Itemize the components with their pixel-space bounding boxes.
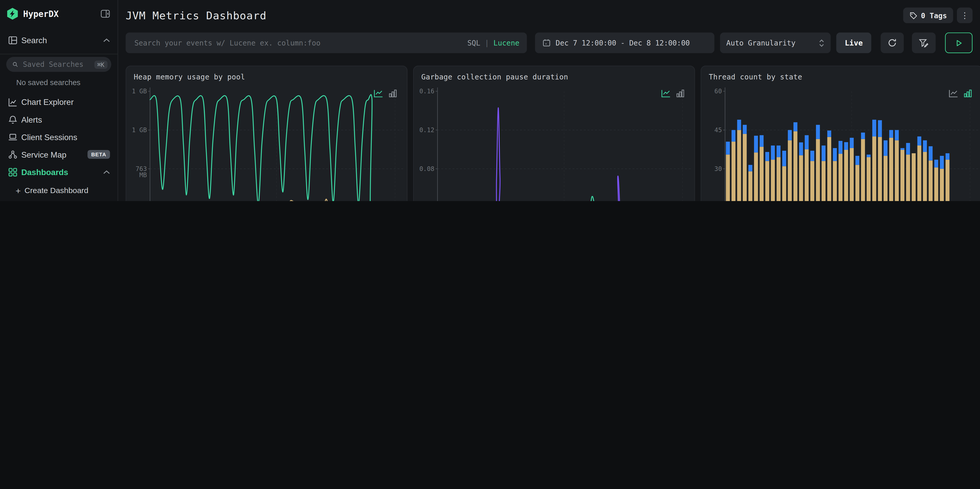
hyperdx-logo-icon: [6, 7, 19, 20]
granularity-select[interactable]: Auto Granularity: [720, 32, 830, 53]
panel-thread-count: Thread count by state 604530150Dec 7 12:…: [700, 65, 980, 201]
sidebar-item-client-sessions[interactable]: Client Sessions: [0, 128, 118, 145]
toggle-divider: |: [485, 38, 489, 47]
sidebar-item-chart-explorer[interactable]: Chart Explorer: [0, 93, 118, 111]
sidebar-item-search[interactable]: Search: [0, 31, 118, 49]
app-title: HyperDX: [23, 8, 59, 19]
panel-title: Heap memory usage by pool: [134, 73, 245, 81]
chevron-up-icon[interactable]: [103, 170, 110, 174]
svg-text:1 GB: 1 GB: [132, 88, 147, 95]
more-options-button[interactable]: ⋮: [957, 8, 972, 23]
panel-gc-pause: Garbage collection pause duration 0.160.…: [413, 65, 695, 201]
plus-icon: +: [16, 186, 21, 195]
laptop-icon: [8, 132, 18, 142]
sidebar-header: HyperDX: [0, 0, 118, 21]
dashboards-icon: [8, 167, 18, 176]
svg-text:45: 45: [714, 126, 722, 134]
search-icon: [13, 61, 18, 68]
tag-icon: [910, 11, 917, 19]
main-content: JVM Metrics Dashboard 0 Tags ⋮ SQL | Luc…: [118, 0, 980, 201]
svg-text:0.12: 0.12: [419, 126, 434, 134]
lucene-toggle[interactable]: Lucene: [493, 38, 519, 47]
refresh-icon: [888, 38, 897, 47]
svg-text:1 GB: 1 GB: [132, 126, 147, 134]
sidebar-item-alerts[interactable]: Alerts: [0, 111, 118, 128]
event-search-bar[interactable]: SQL | Lucene: [126, 32, 527, 53]
service-map-icon: [8, 150, 18, 159]
sql-toggle[interactable]: SQL: [468, 38, 480, 47]
run-query-button[interactable]: [945, 32, 972, 53]
bar-chart-icon[interactable]: [676, 89, 685, 98]
thread-count-chart[interactable]: 604530150Dec 7 12:00:00 PM10:30:00 PM11:…: [701, 66, 980, 201]
chevron-up-icon[interactable]: [103, 38, 110, 42]
filter-button[interactable]: [912, 32, 935, 53]
saved-searches-input[interactable]: [22, 59, 90, 69]
sidebar-item-label: Chart Explorer: [21, 97, 74, 107]
refresh-button[interactable]: [881, 32, 904, 53]
svg-text:0.16: 0.16: [419, 88, 434, 95]
bar-chart-icon[interactable]: [964, 89, 972, 98]
toolbar: SQL | Lucene Dec 7 12:00:00 - Dec 8 12:0…: [126, 32, 972, 53]
svg-text:30: 30: [714, 165, 722, 172]
select-chevrons-icon: [819, 38, 824, 47]
event-search-input[interactable]: [133, 38, 463, 48]
tags-label: 0 Tags: [921, 11, 947, 20]
live-button[interactable]: Live: [836, 32, 871, 53]
sidebar-item-label: Alerts: [21, 115, 42, 124]
panel-heap-memory: Heap memory usage by pool 1 GB1 GB763MB3…: [126, 65, 407, 201]
sidebar-item-service-map[interactable]: Service Map BETA: [0, 145, 118, 163]
bar-chart-icon[interactable]: [389, 89, 397, 98]
svg-text:MB: MB: [139, 171, 147, 179]
sidebar: HyperDX Search ⌘K No s: [0, 0, 118, 201]
gc-pause-chart[interactable]: 0.160.120.080.040Dec 7 12:00:00 PM10:30:…: [414, 66, 694, 201]
granularity-label: Auto Granularity: [726, 38, 795, 47]
sidebar-item-label: Service Map: [21, 150, 67, 159]
svg-text:0.08: 0.08: [419, 165, 434, 172]
sidebar-item-label: Client Sessions: [21, 132, 77, 142]
bell-icon: [8, 115, 18, 124]
shortcut-badge: ⌘K: [94, 61, 107, 68]
chart-explorer-icon: [8, 97, 18, 107]
tags-button[interactable]: 0 Tags: [904, 8, 953, 23]
filter-edit-icon: [919, 38, 929, 48]
panel-title: Thread count by state: [709, 73, 802, 81]
date-range-picker[interactable]: Dec 7 12:00:00 - Dec 8 12:00:00: [535, 32, 714, 53]
line-chart-icon[interactable]: [661, 89, 670, 98]
no-saved-searches-label: No saved searches: [0, 72, 118, 93]
sidebar-collapse-icon[interactable]: [100, 9, 110, 18]
create-dashboard-label: Create Dashboard: [24, 186, 88, 195]
beta-badge: BETA: [88, 150, 110, 159]
create-dashboard-button[interactable]: + Create Dashboard: [0, 184, 118, 197]
date-range-label: Dec 7 12:00:00 - Dec 8 12:00:00: [555, 38, 690, 47]
page-title: JVM Metrics Dashboard: [126, 9, 267, 22]
divider: [0, 54, 118, 54]
sidebar-item-label: Search: [21, 35, 47, 45]
svg-text:60: 60: [714, 88, 722, 95]
dashboard-grid: Heap memory usage by pool 1 GB1 GB763MB3…: [126, 65, 980, 201]
saved-searches-search[interactable]: ⌘K: [6, 57, 111, 72]
sidebar-item-dashboards[interactable]: Dashboards: [0, 163, 118, 181]
line-chart-icon[interactable]: [949, 89, 958, 98]
board-icon: [8, 35, 18, 45]
sidebar-item-label: Dashboards: [21, 167, 68, 176]
calendar-icon: [542, 39, 550, 47]
line-chart-icon[interactable]: [374, 89, 383, 98]
panel-title: Garbage collection pause duration: [422, 73, 568, 81]
heap-memory-chart[interactable]: 1 GB1 GB763MB381MB0 BDec 7 12:00:00 PM10…: [126, 66, 407, 201]
app-window: HyperDX Search ⌘K No s: [0, 0, 980, 201]
play-icon: [954, 38, 963, 47]
